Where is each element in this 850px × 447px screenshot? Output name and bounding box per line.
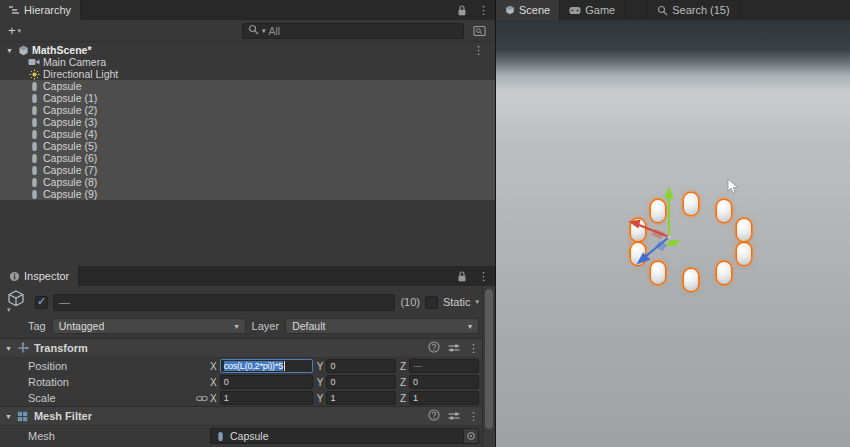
scene-name: MathScene* (32, 44, 92, 56)
hierarchy-item[interactable]: Capsule (6) (0, 152, 495, 164)
tabbar-spacer (740, 0, 850, 20)
capsule-icon (28, 188, 40, 200)
hierarchy-tree: ▼ MathScene* ⋮ Main CameraDirectional Li… (0, 42, 495, 266)
gameobject-name-field[interactable]: — (53, 294, 395, 311)
link-icon[interactable] (196, 394, 210, 403)
hierarchy-item[interactable]: Capsule (3) (0, 116, 495, 128)
hierarchy-item[interactable]: Main Camera (0, 56, 495, 68)
mesh-filter-menu-icon[interactable]: ⋮ (468, 410, 479, 423)
camera-icon (28, 56, 40, 68)
tag-label: Tag (28, 320, 46, 332)
hierarchy-item[interactable]: Capsule (0, 80, 495, 92)
hierarchy-item-label: Capsule (7) (43, 164, 97, 176)
scene-capsule[interactable] (737, 219, 751, 241)
hierarchy-item-label: Directional Light (43, 68, 118, 80)
hierarchy-search-input[interactable]: ▾ All (242, 23, 464, 39)
scene-tabbar: Scene Game Search (15) (496, 0, 850, 20)
gameobject-icon[interactable]: ▾ (6, 290, 30, 314)
hierarchy-menu-icon[interactable]: ⋮ (472, 0, 495, 20)
static-checkbox[interactable] (425, 296, 438, 309)
axis-label: X (210, 393, 217, 404)
hierarchy-item[interactable]: Capsule (1) (0, 92, 495, 104)
object-picker-icon[interactable] (463, 429, 478, 443)
chevron-down-icon: ▾ (7, 306, 30, 314)
foldout-icon[interactable]: ▼ (5, 47, 14, 54)
hierarchy-item[interactable]: Capsule (8) (0, 176, 495, 188)
transform-row-label: Position (28, 360, 196, 372)
tab-search[interactable]: Search (15) (647, 0, 739, 20)
rotation-x-field[interactable]: 0 (220, 375, 313, 389)
transform-rows: PositionXcos(L(0,2*pi))*5Y0Z—RotationX0Y… (0, 358, 495, 406)
transform-gizmo[interactable] (609, 175, 729, 295)
add-object-button[interactable]: + ▾ (4, 23, 25, 38)
mesh-filter-header[interactable]: ▼ Mesh Filter ⋮ (0, 406, 495, 426)
layer-dropdown[interactable]: Default (285, 318, 479, 334)
tab-scene[interactable]: Scene (496, 0, 560, 20)
hierarchy-icon (9, 5, 20, 15)
mesh-filter-title: Mesh Filter (34, 410, 92, 422)
inspector-menu-icon[interactable]: ⋮ (472, 266, 495, 286)
transform-header[interactable]: ▼ Transform ⋮ (0, 338, 495, 358)
rotation-z-field[interactable]: 0 (409, 375, 479, 389)
position-y-field[interactable]: 0 (326, 359, 395, 373)
capsule-icon (28, 104, 40, 116)
hierarchy-item[interactable]: Capsule (5) (0, 140, 495, 152)
layer-label: Layer (252, 320, 280, 332)
lock-icon[interactable] (452, 266, 472, 286)
hierarchy-item-label: Capsule (6) (43, 152, 97, 164)
hierarchy-panel: Hierarchy ⋮ + ▾ ▾ All (0, 0, 495, 266)
search-window-icon[interactable] (468, 25, 491, 37)
scene-viewport[interactable] (496, 20, 850, 447)
presets-icon[interactable] (448, 407, 460, 425)
tab-hierarchy-label: Hierarchy (24, 4, 71, 16)
lock-icon[interactable] (452, 0, 472, 20)
hierarchy-item[interactable]: Capsule (7) (0, 164, 495, 176)
tab-game[interactable]: Game (560, 0, 625, 20)
hierarchy-item-label: Capsule (1) (43, 92, 97, 104)
scale-z-field[interactable]: 1 (409, 391, 479, 405)
foldout-icon[interactable]: ▼ (5, 413, 12, 420)
scale-y-field[interactable]: 1 (326, 391, 395, 405)
static-chevron-icon[interactable]: ▾ (475, 298, 479, 306)
chevron-down-icon: ▾ (18, 27, 22, 35)
hierarchy-item-label: Capsule (5) (43, 140, 97, 152)
help-icon[interactable] (428, 339, 440, 357)
hierarchy-item-label: Capsule (9) (43, 188, 97, 200)
hierarchy-item-label: Capsule (3) (43, 116, 97, 128)
hierarchy-item[interactable]: Capsule (9) (0, 188, 495, 200)
hierarchy-item[interactable]: Capsule (4) (0, 128, 495, 140)
rotation-y-field[interactable]: 0 (326, 375, 395, 389)
hierarchy-item[interactable]: Capsule (2) (0, 104, 495, 116)
hierarchy-item-label: Capsule (4) (43, 128, 97, 140)
tab-inspector[interactable]: Inspector (0, 266, 79, 286)
axis-label: Y (317, 377, 324, 388)
scrollbar-thumb[interactable] (485, 289, 493, 429)
mesh-filter-header-actions: ⋮ (428, 407, 479, 425)
transform-menu-icon[interactable]: ⋮ (468, 342, 479, 355)
tag-dropdown[interactable]: Untagged (52, 318, 246, 334)
active-checkbox[interactable] (35, 296, 48, 309)
axis-label: Z (400, 393, 406, 404)
scene-menu-icon[interactable]: ⋮ (467, 44, 490, 57)
tab-game-label: Game (585, 4, 615, 16)
capsule-icon (28, 176, 40, 188)
scale-x-field[interactable]: 1 (220, 391, 313, 405)
hierarchy-item[interactable]: Directional Light (0, 68, 495, 80)
hierarchy-tabbar: Hierarchy ⋮ (0, 0, 495, 20)
inspector-scrollbar[interactable] (482, 286, 495, 447)
hierarchy-items: Main CameraDirectional LightCapsuleCapsu… (0, 56, 495, 200)
position-x-field[interactable]: cos(L(0,2*pi))*5 (220, 359, 313, 373)
gameobject-header: ▾ — (10) Static ▾ (0, 286, 495, 316)
foldout-icon[interactable]: ▼ (5, 345, 12, 352)
tab-hierarchy[interactable]: Hierarchy (0, 0, 81, 20)
scene-capsule[interactable] (737, 243, 751, 265)
help-icon[interactable] (428, 407, 440, 425)
presets-icon[interactable] (448, 339, 460, 357)
axis-label: X (210, 377, 217, 388)
tab-scene-label: Scene (519, 4, 550, 16)
static-label: Static (443, 296, 471, 308)
mesh-object-field[interactable]: Capsule (210, 428, 479, 444)
hierarchy-scene-row[interactable]: ▼ MathScene* ⋮ (0, 44, 495, 56)
hierarchy-item-label: Capsule (8) (43, 176, 97, 188)
position-z-field[interactable]: — (409, 359, 479, 373)
